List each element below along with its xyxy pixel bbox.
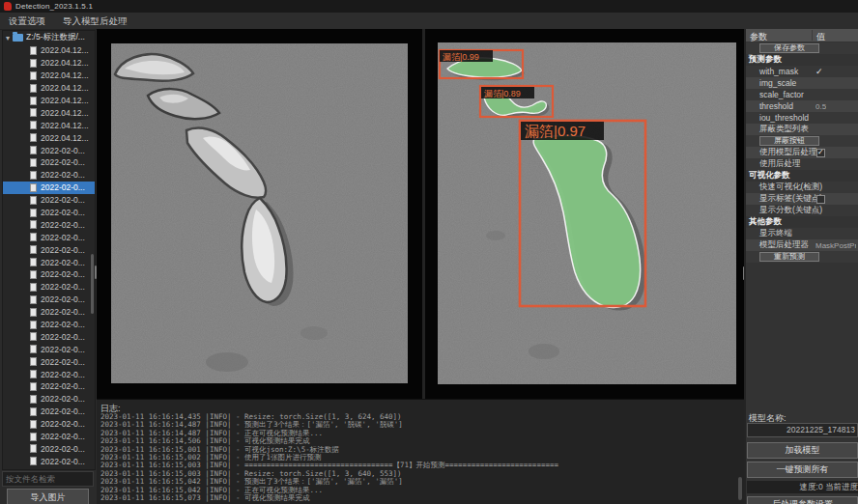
file-tree-list: 2022.04.12... 2022.04.12... 2022.04.12..… bbox=[3, 44, 95, 467]
param-row[interactable]: 显示终端 bbox=[746, 228, 858, 239]
param-row[interactable]: 使用模型后处理 bbox=[746, 147, 858, 158]
raw-image-canvas[interactable] bbox=[111, 43, 408, 383]
tree-item[interactable]: 2022-02-0... bbox=[3, 393, 95, 406]
param-label: 显示标签(关键点) bbox=[746, 193, 822, 205]
tree-item[interactable]: 2022-02-0... bbox=[3, 431, 95, 443]
tree-item[interactable]: 2022-02-0... bbox=[3, 330, 95, 343]
search-input[interactable] bbox=[2, 471, 94, 487]
tree-item-label: 2022-02-0... bbox=[41, 419, 85, 429]
tree-item[interactable]: 2022-02-0... bbox=[3, 144, 95, 156]
param-row[interactable]: iou_threshold bbox=[746, 112, 858, 124]
tree-item[interactable]: 2022-02-0... bbox=[3, 380, 95, 393]
file-icon bbox=[30, 245, 37, 254]
param-row[interactable]: img_scale bbox=[746, 77, 858, 89]
log-line: 2023-01-11 16:16:14,435 |INFO| - Resize:… bbox=[100, 413, 733, 421]
param-row[interactable]: scale_factor bbox=[746, 89, 858, 100]
tree-item[interactable]: 2022-02-0... bbox=[3, 268, 95, 281]
param-row[interactable]: 快速可视化(检测) bbox=[746, 182, 858, 193]
param-action-button[interactable]: 重新预测 bbox=[759, 252, 819, 262]
tree-item[interactable]: 2022.04.12... bbox=[3, 95, 95, 107]
file-icon bbox=[30, 345, 37, 353]
import-images-button[interactable]: 导入图片 bbox=[7, 489, 89, 504]
param-value: 0.5 bbox=[815, 102, 826, 111]
file-icon bbox=[30, 84, 37, 93]
tree-item[interactable]: 2022-02-0... bbox=[3, 256, 95, 268]
file-icon bbox=[30, 258, 37, 266]
tree-item[interactable]: 2022-02-0... bbox=[3, 418, 95, 431]
param-section-row: 可视化参数 bbox=[746, 170, 858, 182]
tree-item[interactable]: 2022-02-0... bbox=[3, 169, 95, 182]
param-row[interactable]: 使用后处理 bbox=[746, 158, 858, 170]
tree-item[interactable]: 2022-02-0... bbox=[3, 294, 95, 306]
tree-item[interactable]: 2022-02-0... bbox=[3, 243, 95, 256]
tree-item[interactable]: 2022-02-0... bbox=[3, 343, 95, 355]
tree-item[interactable]: 2022-02-0... bbox=[3, 319, 95, 331]
file-icon bbox=[30, 220, 37, 229]
param-row[interactable]: 屏蔽类型列表 bbox=[746, 124, 858, 135]
log-lines: 2023-01-11 16:16:14,435 |INFO| - Resize:… bbox=[100, 413, 733, 502]
param-checkbox[interactable] bbox=[816, 149, 825, 157]
param-value: ✓ bbox=[815, 67, 823, 76]
tree-item-label: 2022-02-0... bbox=[41, 444, 85, 454]
file-icon bbox=[30, 283, 37, 292]
expander-arrow-icon[interactable]: ▾ bbox=[3, 34, 13, 42]
tree-item[interactable]: 2022.04.12... bbox=[3, 82, 95, 95]
tree-item[interactable]: 2022.04.12... bbox=[3, 106, 95, 119]
param-section-label: 其他参数 bbox=[746, 216, 782, 228]
param-checkbox[interactable] bbox=[816, 195, 825, 204]
tree-item[interactable]: 2022.04.12... bbox=[3, 57, 95, 70]
sidebar-splitter-handle[interactable] bbox=[95, 266, 97, 279]
tree-item[interactable]: 2022.04.12... bbox=[3, 119, 95, 131]
param-row[interactable]: threshold0.5 bbox=[746, 100, 858, 112]
param-row[interactable]: 显示标签(关键点) bbox=[746, 193, 858, 205]
param-label: 显示分数(关键点) bbox=[746, 205, 822, 216]
param-section-label: 可视化参数 bbox=[746, 170, 790, 182]
param-action-button[interactable]: 屏蔽按钮 bbox=[759, 136, 819, 146]
tree-item[interactable]: 2022-02-0... bbox=[3, 306, 95, 319]
detection-app-window: Detection_2023.1.5.1 设置选项 导入模型后处理 ▾ Z:/5… bbox=[0, 0, 858, 504]
tree-item[interactable]: 2022-02-0... bbox=[3, 194, 95, 207]
tree-root-node[interactable]: ▾ Z:/5-标注数据/... bbox=[3, 31, 95, 44]
postprocess-settings-button[interactable]: 后处理参数设置 bbox=[747, 496, 858, 504]
file-icon bbox=[30, 420, 37, 429]
file-icon bbox=[30, 196, 37, 205]
param-row[interactable]: 显示分数(关键点) bbox=[746, 205, 858, 216]
tree-item[interactable]: 2022-02-0... bbox=[3, 355, 95, 368]
tree-item[interactable]: 2022.04.12... bbox=[3, 44, 95, 57]
prediction-image-canvas[interactable]: 漏箔|0.99 漏箔|0.89 漏箔|0.97 bbox=[438, 42, 736, 384]
tree-item[interactable]: 2022.04.12... bbox=[3, 70, 95, 82]
menu-import-model-postprocess[interactable]: 导入模型后处理 bbox=[54, 13, 136, 29]
menu-settings[interactable]: 设置选项 bbox=[0, 13, 54, 29]
predict-all-button[interactable]: 一键预测所有 bbox=[747, 462, 858, 478]
log-scrollbar[interactable] bbox=[738, 477, 742, 500]
tree-item[interactable]: 2022-02-0... bbox=[3, 156, 95, 169]
tree-item[interactable]: 2022.04.12... bbox=[3, 131, 95, 144]
file-tree-panel: ▾ Z:/5-标注数据/... 2022.04.12... 2022.04.12… bbox=[2, 30, 96, 470]
tree-item[interactable]: 2022-02-0... bbox=[3, 207, 95, 219]
tree-item[interactable]: 2022-02-0... bbox=[3, 443, 95, 456]
svg-text:漏箔|0.89: 漏箔|0.89 bbox=[484, 89, 521, 98]
param-row[interactable]: 模型后处理器MaskPostPro bbox=[746, 239, 858, 251]
tree-item-label: 2022-02-0... bbox=[41, 294, 85, 304]
param-row[interactable]: with_mask✓ bbox=[746, 66, 858, 77]
tree-item[interactable]: 2022-02-0... bbox=[3, 368, 95, 380]
load-model-button[interactable]: 加载模型 bbox=[747, 442, 858, 459]
model-name-field[interactable]: 20221225_174813 bbox=[747, 423, 858, 437]
file-icon bbox=[30, 295, 37, 304]
param-action-button[interactable]: 保存参数 bbox=[759, 43, 819, 53]
tree-item[interactable]: 2022-02-0... bbox=[3, 455, 95, 467]
tree-item[interactable]: 2022-02-0... bbox=[3, 406, 95, 418]
tree-item[interactable]: 2022-02-0... bbox=[3, 182, 95, 194]
tree-item-label: 2022-02-0... bbox=[41, 282, 85, 292]
param-button-row: 重新预测 bbox=[746, 251, 858, 263]
param-label: 模型后处理器 bbox=[746, 239, 809, 251]
tree-item[interactable]: 2022-02-0... bbox=[3, 218, 95, 231]
file-icon bbox=[30, 121, 37, 129]
file-icon bbox=[30, 171, 37, 180]
tree-item-label: 2022-02-0... bbox=[41, 307, 85, 317]
tree-item-label: 2022-02-0... bbox=[41, 146, 85, 155]
params-rows: 保存参数预测参数with_mask✓img_scalescale_factort… bbox=[746, 42, 858, 263]
tree-scrollbar[interactable] bbox=[91, 254, 94, 314]
tree-item[interactable]: 2022-02-0... bbox=[3, 281, 95, 294]
tree-item[interactable]: 2022-02-0... bbox=[3, 231, 95, 243]
